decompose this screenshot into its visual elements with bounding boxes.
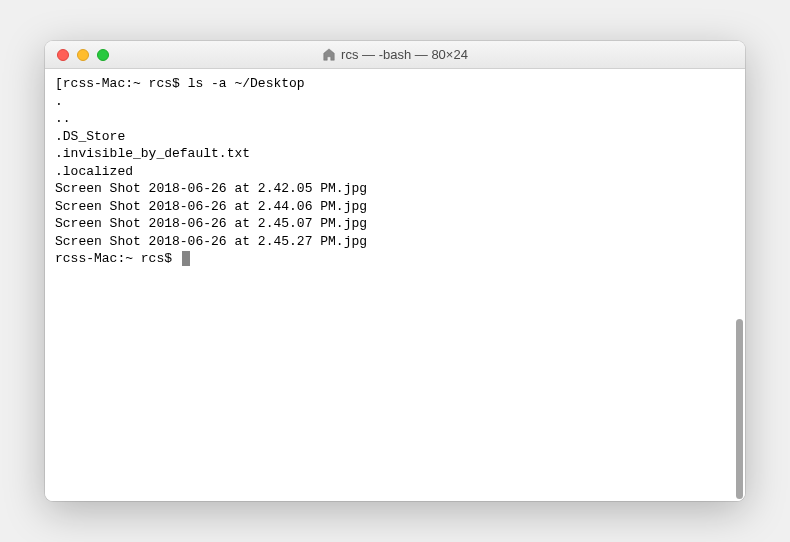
terminal-line: [rcss-Mac:~ rcs$ ls -a ~/Desktop (55, 75, 735, 93)
window-title-text: rcs — -bash — 80×24 (341, 47, 468, 62)
traffic-lights (57, 49, 109, 61)
terminal-line: . (55, 93, 735, 111)
terminal-line: .DS_Store (55, 128, 735, 146)
terminal-line: .. (55, 110, 735, 128)
terminal-line: .localized (55, 163, 735, 181)
terminal-line: Screen Shot 2018-06-26 at 2.44.06 PM.jpg (55, 198, 735, 216)
terminal-window: rcs — -bash — 80×24 [rcss-Mac:~ rcs$ ls … (45, 41, 745, 501)
terminal-prompt: rcss-Mac:~ rcs$ (55, 250, 735, 268)
terminal-line: Screen Shot 2018-06-26 at 2.45.27 PM.jpg (55, 233, 735, 251)
maximize-button[interactable] (97, 49, 109, 61)
scrollbar-thumb[interactable] (736, 319, 743, 499)
minimize-button[interactable] (77, 49, 89, 61)
terminal-content[interactable]: [rcss-Mac:~ rcs$ ls -a ~/Desktop . .. .D… (45, 69, 745, 501)
window-title: rcs — -bash — 80×24 (57, 47, 733, 62)
home-icon (322, 48, 336, 62)
terminal-line: Screen Shot 2018-06-26 at 2.45.07 PM.jpg (55, 215, 735, 233)
terminal-line: Screen Shot 2018-06-26 at 2.42.05 PM.jpg (55, 180, 735, 198)
terminal-line: .invisible_by_default.txt (55, 145, 735, 163)
close-button[interactable] (57, 49, 69, 61)
cursor (182, 251, 190, 266)
titlebar[interactable]: rcs — -bash — 80×24 (45, 41, 745, 69)
